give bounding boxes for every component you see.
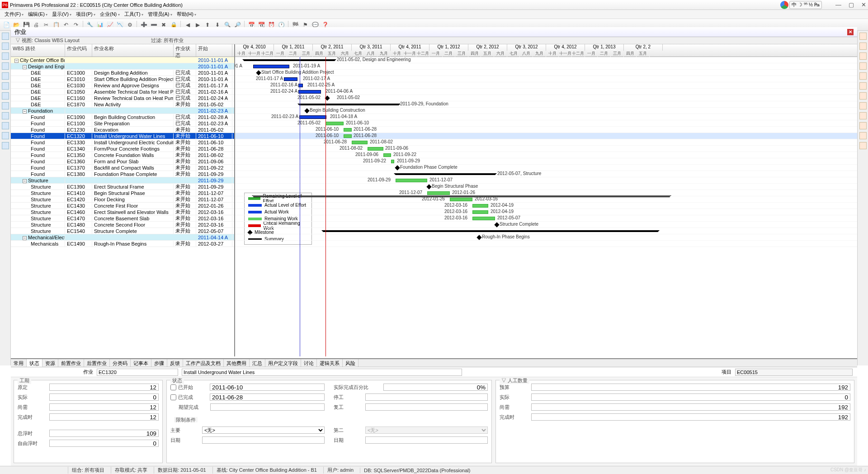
- gantt-bar[interactable]: [472, 210, 488, 214]
- ime-badge[interactable]: 中 ☽ ⁹⁵ ½ ₧: [789, 1, 822, 9]
- column-header[interactable]: 作业代码: [65, 44, 92, 57]
- detail-tab[interactable]: 前置作业: [58, 359, 84, 367]
- gantt-row[interactable]: 2011-04-18 A2011-02-23 A: [235, 114, 857, 120]
- dock-icon[interactable]: [2, 122, 9, 129]
- table-row[interactable]: FoundEC1230Excavation未开始2011-05-02: [11, 127, 234, 133]
- menu-item[interactable]: 显示(V): [50, 10, 73, 19]
- numeric-field[interactable]: [49, 393, 159, 401]
- dock-icon[interactable]: [2, 92, 9, 100]
- numeric-field[interactable]: [531, 384, 850, 391]
- detail-tab[interactable]: 逻辑关系: [317, 359, 343, 367]
- chrome-icon[interactable]: [780, 1, 788, 9]
- table-row[interactable]: StructureEC1430Concrete First Floor未开始20…: [11, 203, 234, 209]
- gantt-bar[interactable]: [344, 128, 352, 132]
- gantt-row[interactable]: 2011-09-062011-08-02: [235, 146, 857, 152]
- detail-tab[interactable]: 步骤: [151, 359, 167, 367]
- gantt-bar[interactable]: [299, 115, 326, 119]
- gantt-row[interactable]: 2011-01-19 A-11-01 A: [235, 63, 857, 70]
- gantt-row[interactable]: 2011-08-022011-06-28: [235, 139, 857, 146]
- gantt-body[interactable]: Remaining Level of EffortActual Level of…: [235, 57, 857, 356]
- gantt-bar[interactable]: [284, 77, 297, 81]
- detail-tab[interactable]: 工作产品及文档: [183, 359, 224, 367]
- gantt-row[interactable]: 2011-09-29, Foundation: [235, 101, 857, 108]
- pct-field[interactable]: [383, 384, 488, 391]
- column-header[interactable]: 开始: [196, 44, 232, 57]
- gantt-bar[interactable]: [395, 165, 400, 170]
- detail-tab[interactable]: 风险: [343, 359, 359, 367]
- table-row[interactable]: StructureEC1410Begin Structural Phase未开始…: [11, 190, 234, 196]
- gantt-row[interactable]: [235, 241, 857, 247]
- gantt-row[interactable]: Structure Complete: [235, 222, 857, 228]
- gantt-bar[interactable]: [426, 184, 431, 189]
- secondary-date[interactable]: [365, 436, 488, 444]
- panel-close-icon[interactable]: ✕: [847, 29, 854, 35]
- gantt-row[interactable]: Begin Building Construction: [235, 108, 857, 114]
- dock-icon[interactable]: [859, 122, 867, 129]
- gantt-bar[interactable]: [244, 59, 335, 61]
- dock-icon[interactable]: [2, 142, 9, 149]
- gantt-bar[interactable]: [472, 204, 488, 208]
- table-row[interactable]: FoundEC1330Install Underground Electric …: [11, 139, 234, 146]
- menu-item[interactable]: 项目(P): [74, 10, 97, 19]
- detail-tab[interactable]: 后置作业: [84, 359, 110, 367]
- detail-tab[interactable]: 汇总: [250, 359, 265, 367]
- dock-icon[interactable]: [2, 52, 9, 60]
- table-row[interactable]: StructureEC1470Concrete Basement Slab未开始…: [11, 215, 234, 222]
- dock-icon[interactable]: [859, 72, 867, 80]
- gantt-row[interactable]: 2012-04-192012-03-16: [235, 209, 857, 215]
- numeric-field[interactable]: [49, 440, 159, 447]
- gantt-bar[interactable]: [476, 235, 481, 240]
- menu-item[interactable]: 编辑(E): [26, 10, 49, 19]
- gantt-row[interactable]: 2012-01-262011-12-07: [235, 190, 857, 196]
- gantt-bar[interactable]: [299, 104, 399, 105]
- table-row[interactable]: D&EEC1160Review Technical Data on Heat P…: [11, 95, 234, 101]
- gantt-bar[interactable]: [304, 108, 309, 113]
- activity-code-field[interactable]: [97, 369, 178, 376]
- gantt-row[interactable]: [235, 228, 857, 234]
- gantt-bar[interactable]: [253, 65, 289, 68]
- column-header[interactable]: 作业状态: [174, 44, 196, 57]
- expect-date[interactable]: [210, 403, 325, 411]
- started-check[interactable]: [170, 384, 176, 390]
- gantt-bar[interactable]: [326, 122, 344, 125]
- dock-icon[interactable]: [2, 112, 9, 119]
- gantt-row[interactable]: 2011-05-022011-05-02: [235, 95, 857, 101]
- gantt-row[interactable]: 2011-04-06 A2011-02-24 A: [235, 89, 857, 95]
- menu-item[interactable]: 帮助(H): [175, 10, 198, 19]
- table-row[interactable]: D&EEC1010Start Office Building Addition …: [11, 76, 234, 82]
- gantt-row[interactable]: Rough-In Phase Begins: [235, 234, 857, 241]
- gantt-row[interactable]: 2012-05-07, Structure: [235, 171, 857, 177]
- menu-item[interactable]: 文件(F): [3, 10, 25, 19]
- table-row[interactable]: FoundEC1380Foundation Phase Complete未开始2…: [11, 171, 234, 177]
- gantt-bar[interactable]: [450, 198, 472, 201]
- table-row[interactable]: FoundEC1320Install Underground Water Lin…: [11, 133, 234, 139]
- table-row[interactable]: −Design and Engineering2010-11-01 A: [11, 63, 234, 70]
- table-row[interactable]: FoundEC1100Site Preparation已完成2011-02-23…: [11, 120, 234, 127]
- gantt-row[interactable]: Foundation Phase Complete: [235, 165, 857, 171]
- table-row[interactable]: −Foundation2011-02-23 A: [11, 108, 234, 114]
- detail-tab[interactable]: 常用: [11, 359, 27, 367]
- dock-icon[interactable]: [859, 43, 867, 50]
- gantt-bar[interactable]: [391, 160, 394, 163]
- close-button[interactable]: ✕: [861, 1, 866, 8]
- table-row[interactable]: StructureEC1420Floor Decking未开始2011-12-0…: [11, 196, 234, 203]
- dock-icon[interactable]: [859, 82, 867, 90]
- dock-icon[interactable]: [859, 132, 867, 139]
- maximize-button[interactable]: ▢: [849, 1, 854, 8]
- dock-icon[interactable]: [859, 52, 867, 60]
- numeric-field[interactable]: [49, 384, 159, 391]
- dock-icon[interactable]: [2, 72, 9, 80]
- numeric-field[interactable]: [49, 430, 159, 437]
- table-row[interactable]: D&EEC1870New Activity未开始2011-05-02: [11, 101, 234, 108]
- gantt-bar[interactable]: [256, 70, 261, 75]
- detail-tab[interactable]: 记事本: [131, 359, 151, 367]
- filter-label[interactable]: 过滤: 所有作业: [151, 37, 184, 44]
- dock-icon[interactable]: [859, 33, 867, 40]
- numeric-field[interactable]: [531, 403, 850, 411]
- gantt-bar[interactable]: [298, 90, 321, 94]
- gantt-bar[interactable]: [352, 141, 368, 144]
- gantt-row[interactable]: 2011-12-072011-09-29: [235, 177, 857, 184]
- detail-tab[interactable]: 资源: [42, 359, 58, 367]
- dock-icon[interactable]: [2, 33, 9, 40]
- detail-tab[interactable]: 分类码: [110, 359, 131, 367]
